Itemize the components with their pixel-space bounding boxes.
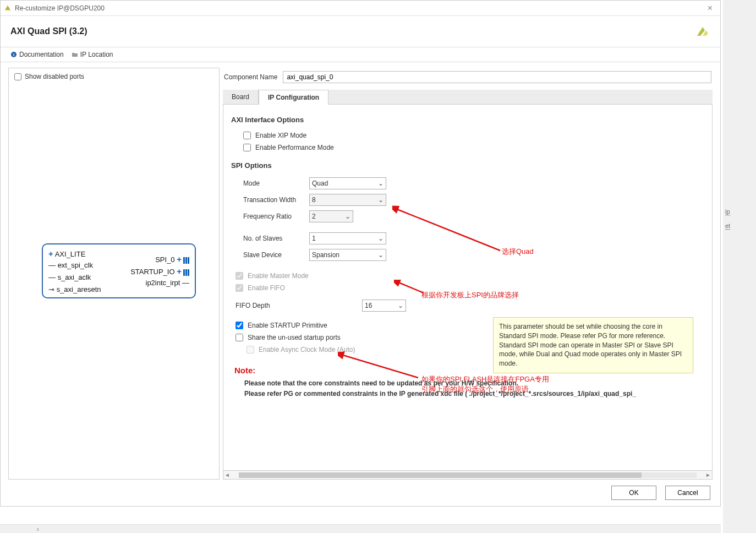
share-unused-startup-ports-checkbox[interactable] <box>235 334 243 341</box>
share-unused-startup-ports-label: Share the un-used startup ports <box>248 334 341 341</box>
tab-board[interactable]: Board <box>223 90 259 104</box>
scroll-thumb[interactable] <box>239 472 642 478</box>
port-s-axi-aclk: s_axi_aclk <box>58 273 91 281</box>
chevron-down-icon: ⌄ <box>378 180 384 187</box>
frequency-ratio-select[interactable]: 2⌄ <box>309 210 353 222</box>
svg-line-4 <box>341 355 418 378</box>
enable-performance-mode-label: Enable Performance Mode <box>255 144 334 151</box>
ip-configuration-panel: AXI Interface Options Enable XIP Mode En… <box>223 105 713 471</box>
block-preview-pane: Show disabled ports + AXI_LITE — ext_spi… <box>8 68 220 480</box>
horizontal-scrollbar[interactable]: ◄ ► <box>223 471 713 480</box>
help-tooltip: This parameter should be set while choos… <box>493 317 693 373</box>
scroll-left-icon[interactable]: ◄ <box>223 472 231 478</box>
app-icon <box>4 4 12 12</box>
enable-startup-primitive-checkbox[interactable] <box>235 322 243 329</box>
enable-master-mode-label: Enable Master Mode <box>248 272 309 280</box>
chevron-down-icon: ⌄ <box>378 251 384 259</box>
enable-fifo-checkbox <box>235 284 243 292</box>
port-startup-io: STARTUP_IO <box>130 268 174 276</box>
mode-select[interactable]: Quad⌄ <box>309 177 386 189</box>
enable-async-clock-mode-checkbox <box>246 346 254 353</box>
enable-xip-mode-checkbox[interactable] <box>243 132 251 139</box>
no-of-slaves-select[interactable]: 1⌄ <box>309 232 386 244</box>
annotation-text-1: 选择Quad <box>502 247 534 257</box>
transaction-width-select[interactable]: 8⌄ <box>309 194 386 206</box>
component-name-input[interactable] <box>283 71 711 83</box>
port-ext-spi-clk: ext_spi_clk <box>58 261 93 269</box>
config-pane: Component Name Board IP Configuration AX… <box>223 68 713 480</box>
slave-device-label: Slave Device <box>243 251 309 259</box>
dialog-footer: OK Cancel <box>1 480 720 506</box>
transaction-width-label: Transaction Width <box>243 196 309 204</box>
tab-ip-configuration[interactable]: IP Configuration <box>259 90 328 105</box>
window-title: Re-customize IP@DSGPU200 <box>15 4 105 12</box>
component-name-label: Component Name <box>224 73 277 81</box>
dialog-body: Show disabled ports + AXI_LITE — ext_spi… <box>1 62 720 480</box>
annotation-text-3: 如果你的SPI FLASH是连接在FPGA专用 引脚上面的就勾选这个，使用原语 <box>421 374 549 394</box>
ip-location-label: IP Location <box>80 51 113 58</box>
vendor-logo-icon <box>695 24 710 39</box>
close-icon[interactable]: × <box>703 3 717 13</box>
port-s-axi-aresetn: s_axi_aresetn <box>57 285 101 293</box>
documentation-link[interactable]: i Documentation <box>10 51 64 58</box>
chevron-down-icon: ⌄ <box>378 196 384 204</box>
annotation-arrow-3 <box>338 351 420 381</box>
dialog-window: Re-customize IP@DSGPU200 × AXI Quad SPI … <box>0 0 721 507</box>
slave-device-select[interactable]: Spansion⌄ <box>309 249 386 261</box>
chevron-down-icon: ⌄ <box>398 302 403 309</box>
ip-location-link[interactable]: IP Location <box>72 51 113 58</box>
enable-performance-mode-checkbox[interactable] <box>243 144 251 151</box>
enable-startup-primitive-label: Enable STARTUP Primitive <box>248 322 327 329</box>
documentation-label: Documentation <box>19 51 64 58</box>
scroll-left-icon[interactable]: ‹ <box>33 525 43 533</box>
folder-icon <box>72 51 78 58</box>
chevron-down-icon: ⌄ <box>345 213 350 220</box>
fifo-depth-select[interactable]: 16⌄ <box>362 300 406 312</box>
no-of-slaves-label: No. of Slaves <box>243 235 309 242</box>
titlebar: Re-customize IP@DSGPU200 × <box>1 1 720 16</box>
enable-xip-mode-label: Enable XIP Mode <box>255 132 306 139</box>
annotation-text-2: 根据你开发板上SPI的品牌选择 <box>421 290 519 300</box>
svg-text:i: i <box>13 52 14 57</box>
header: AXI Quad SPI (3.2) <box>1 16 720 47</box>
port-ip2intc-irpt: ip2intc_irpt <box>146 279 180 287</box>
port-spi-0: SPI_0 <box>155 255 174 264</box>
ip-block-diagram: + AXI_LITE — ext_spi_clk — s_axi_aclk ⊸ … <box>42 243 196 298</box>
annotation-arrow-1 <box>392 205 502 255</box>
enable-fifo-label: Enable FIFO <box>248 284 285 292</box>
ok-button[interactable]: OK <box>611 486 656 500</box>
ip-title: AXI Quad SPI (3.2) <box>10 26 87 36</box>
scroll-right-icon[interactable]: ► <box>704 472 712 478</box>
chevron-down-icon: ⌄ <box>378 235 384 242</box>
cancel-button[interactable]: Cancel <box>665 486 710 500</box>
tabs: Board IP Configuration <box>223 90 713 105</box>
spi-options-title: SPI Options <box>231 161 704 170</box>
frequency-ratio-label: Frequency Ratio <box>243 213 309 220</box>
toolbar: i Documentation IP Location <box>1 47 720 62</box>
svg-line-2 <box>396 209 500 251</box>
svg-line-3 <box>397 282 424 293</box>
background-editor-strip: ip et <box>723 0 756 533</box>
outer-bottom-scrollbar[interactable]: ‹ <box>0 524 721 533</box>
show-disabled-ports-label: Show disabled ports <box>25 73 84 80</box>
axi-interface-options-title: AXI Interface Options <box>231 116 704 124</box>
info-icon: i <box>10 51 17 58</box>
port-axi-lite: AXI_LITE <box>55 250 86 258</box>
show-disabled-ports-checkbox[interactable] <box>14 73 21 80</box>
fifo-depth-label: FIFO Depth <box>235 302 362 309</box>
enable-master-mode-checkbox <box>235 272 243 280</box>
mode-label: Mode <box>243 180 309 187</box>
